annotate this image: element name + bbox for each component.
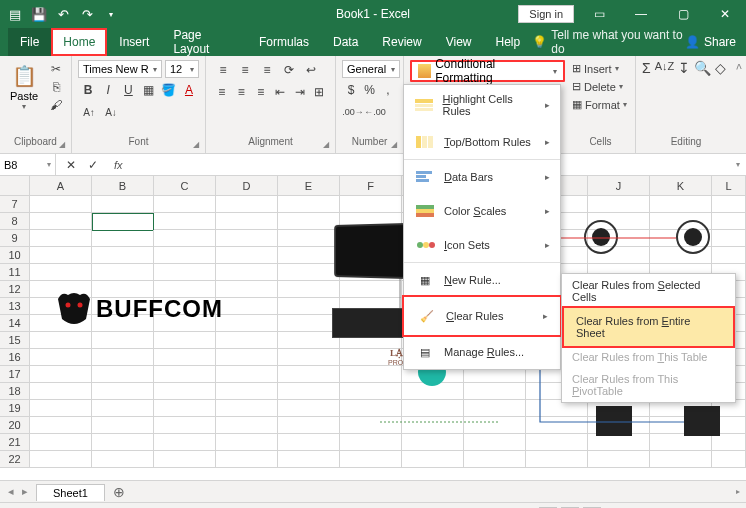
collapse-ribbon-icon[interactable]: ʌ — [736, 60, 742, 71]
cell[interactable] — [526, 417, 588, 434]
row-head[interactable]: 10 — [0, 247, 30, 264]
cell[interactable] — [92, 264, 154, 281]
cell[interactable] — [216, 366, 278, 383]
cell[interactable] — [340, 281, 402, 298]
cell[interactable] — [278, 366, 340, 383]
cell[interactable] — [712, 247, 746, 264]
row-head[interactable]: 8 — [0, 213, 30, 230]
cut-icon[interactable]: ✂ — [46, 60, 66, 78]
clear-from-selected[interactable]: Clear Rules from Selected Cells — [562, 274, 735, 308]
decrease-indent-icon[interactable]: ⇤ — [271, 82, 291, 102]
cell[interactable] — [340, 451, 402, 468]
cell[interactable] — [340, 400, 402, 417]
cell[interactable] — [30, 451, 92, 468]
cell[interactable] — [154, 230, 216, 247]
cell[interactable] — [30, 434, 92, 451]
cell[interactable] — [92, 349, 154, 366]
orientation-icon[interactable]: ⟳ — [278, 60, 300, 80]
expand-formula-icon[interactable]: ▾ — [736, 160, 746, 169]
cell[interactable] — [340, 417, 402, 434]
cell[interactable] — [712, 230, 746, 247]
cell[interactable] — [154, 196, 216, 213]
font-name-select[interactable]: Times New R▾ — [78, 60, 162, 78]
cell[interactable] — [154, 349, 216, 366]
cell[interactable] — [278, 332, 340, 349]
increase-decimal-icon[interactable]: .00→ — [342, 102, 364, 122]
cf-top-bottom-rules[interactable]: Top/Bottom Rules ▸ — [404, 125, 560, 159]
enter-formula-icon[interactable]: ✓ — [82, 155, 104, 175]
undo-icon[interactable]: ↶ — [52, 3, 74, 25]
cell[interactable] — [92, 400, 154, 417]
row-head[interactable]: 13 — [0, 298, 30, 315]
shrink-font-icon[interactable]: A↓ — [100, 102, 122, 122]
font-size-select[interactable]: 12▾ — [165, 60, 199, 78]
row-head[interactable]: 18 — [0, 383, 30, 400]
cell[interactable] — [154, 366, 216, 383]
cell[interactable] — [154, 247, 216, 264]
cell[interactable] — [340, 383, 402, 400]
cell[interactable] — [92, 213, 154, 231]
underline-button[interactable]: U — [118, 80, 138, 100]
cell[interactable] — [216, 417, 278, 434]
sheet-nav-next-icon[interactable]: ▸ — [22, 485, 36, 498]
cell[interactable] — [30, 349, 92, 366]
cell[interactable] — [92, 230, 154, 247]
fill-icon[interactable]: ↧ — [678, 60, 690, 76]
new-sheet-button[interactable]: ⊕ — [105, 484, 133, 500]
sheet-nav-prev-icon[interactable]: ◂ — [0, 485, 22, 498]
cell[interactable] — [30, 213, 92, 230]
cell[interactable] — [402, 434, 464, 451]
clear-icon[interactable]: ◇ — [715, 60, 726, 76]
tab-insert[interactable]: Insert — [107, 28, 161, 56]
cell[interactable] — [216, 315, 278, 332]
col-head[interactable]: F — [340, 176, 402, 196]
cell[interactable] — [154, 264, 216, 281]
paste-button[interactable]: 📋 Paste ▾ — [6, 60, 42, 113]
col-head[interactable]: B — [92, 176, 154, 196]
tell-me[interactable]: 💡 Tell me what you want to do — [532, 28, 685, 56]
accounting-format-icon[interactable]: $ — [342, 80, 360, 100]
col-head[interactable]: J — [588, 176, 650, 196]
col-head[interactable]: E — [278, 176, 340, 196]
cell[interactable] — [278, 434, 340, 451]
cell[interactable] — [30, 230, 92, 247]
cell[interactable] — [216, 349, 278, 366]
cells-format-button[interactable]: ▦Format▾ — [572, 96, 629, 113]
cell[interactable] — [92, 196, 154, 213]
cell[interactable] — [92, 332, 154, 349]
cell[interactable] — [216, 298, 278, 315]
cell[interactable] — [30, 366, 92, 383]
fx-icon[interactable]: fx — [108, 159, 129, 171]
cell[interactable] — [154, 434, 216, 451]
row-head[interactable]: 17 — [0, 366, 30, 383]
sort-filter-icon[interactable]: A↓Z — [655, 60, 675, 76]
cell[interactable] — [402, 400, 464, 417]
cell[interactable] — [30, 332, 92, 349]
cell[interactable] — [588, 434, 650, 451]
select-all-corner[interactable] — [0, 176, 30, 196]
tab-view[interactable]: View — [434, 28, 484, 56]
find-select-icon[interactable]: 🔍 — [694, 60, 711, 76]
signin-button[interactable]: Sign in — [518, 5, 574, 23]
conditional-formatting-button[interactable]: Conditional Formatting ▾ — [410, 60, 565, 82]
cell[interactable] — [92, 383, 154, 400]
cell[interactable] — [30, 400, 92, 417]
cell[interactable] — [278, 383, 340, 400]
grow-font-icon[interactable]: A↑ — [78, 102, 100, 122]
tab-pagelayout[interactable]: Page Layout — [161, 28, 247, 56]
qat-dropdown-icon[interactable]: ▾ — [100, 3, 122, 25]
tab-help[interactable]: Help — [484, 28, 533, 56]
sheet-tab[interactable]: Sheet1 — [36, 484, 105, 501]
cell[interactable] — [154, 451, 216, 468]
close-icon[interactable]: ✕ — [708, 3, 742, 25]
cell[interactable] — [30, 247, 92, 264]
cell[interactable] — [92, 417, 154, 434]
cell[interactable] — [92, 451, 154, 468]
cf-manage-rules[interactable]: ▤ Manage Rules... — [404, 335, 560, 369]
cell[interactable] — [278, 247, 340, 264]
row-head[interactable]: 12 — [0, 281, 30, 298]
minimize-icon[interactable]: — — [624, 3, 658, 25]
cell[interactable] — [216, 434, 278, 451]
cell[interactable] — [340, 434, 402, 451]
cell[interactable] — [278, 400, 340, 417]
